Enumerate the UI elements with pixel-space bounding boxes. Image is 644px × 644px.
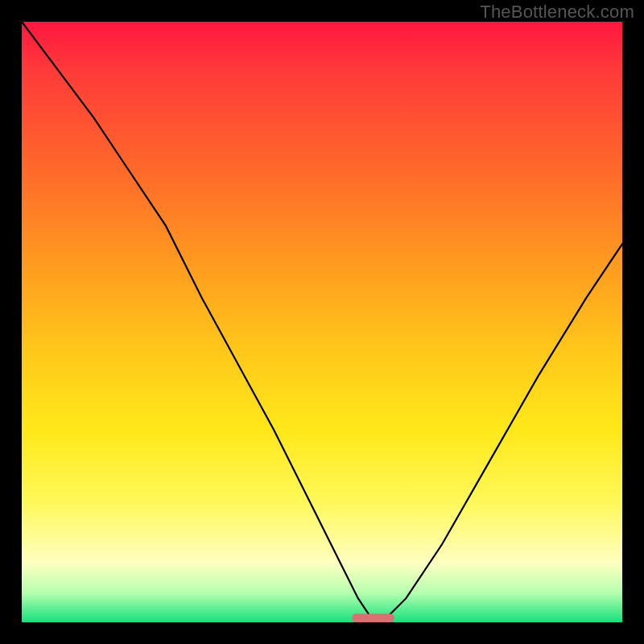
chart-plot-area	[22, 22, 622, 622]
chart-svg	[22, 22, 622, 622]
outer-frame: TheBottleneck.com	[0, 0, 644, 644]
optimum-marker	[352, 614, 394, 622]
bottleneck-curve	[22, 22, 622, 622]
watermark-label: TheBottleneck.com	[480, 2, 634, 23]
